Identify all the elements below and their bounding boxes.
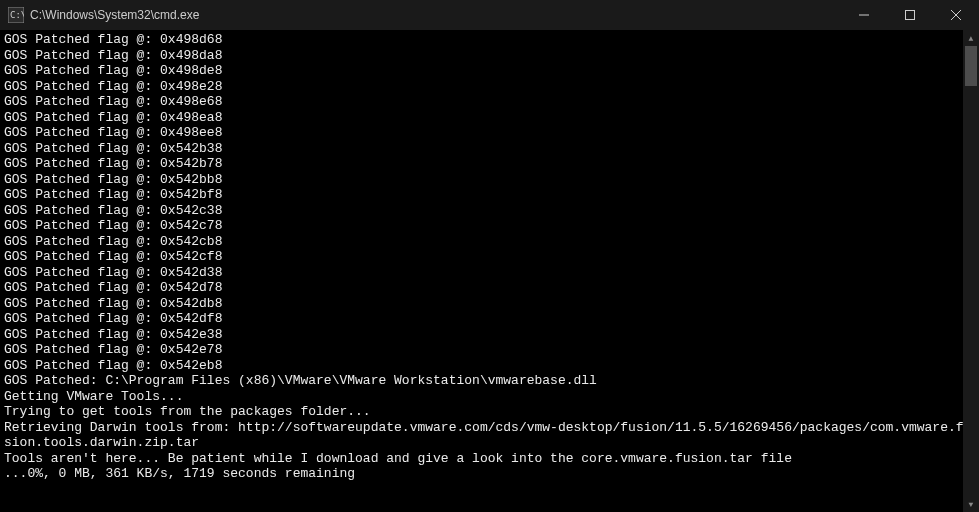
terminal-line: GOS Patched: C:\Program Files (x86)\VMwa… <box>4 373 975 389</box>
terminal-line: GOS Patched flag @: 0x542d38 <box>4 265 975 281</box>
terminal-line: GOS Patched flag @: 0x542cf8 <box>4 249 975 265</box>
terminal-line: GOS Patched flag @: 0x542db8 <box>4 296 975 312</box>
maximize-button[interactable] <box>887 0 933 30</box>
terminal-line: GOS Patched flag @: 0x498de8 <box>4 63 975 79</box>
terminal-line: GOS Patched flag @: 0x542bf8 <box>4 187 975 203</box>
terminal-line: GOS Patched flag @: 0x542b38 <box>4 141 975 157</box>
svg-rect-3 <box>906 11 915 20</box>
scroll-down-arrow[interactable]: ▼ <box>963 496 979 512</box>
terminal-line: GOS Patched flag @: 0x542b78 <box>4 156 975 172</box>
terminal-line: GOS Patched flag @: 0x498ea8 <box>4 110 975 126</box>
terminal-line: GOS Patched flag @: 0x542bb8 <box>4 172 975 188</box>
terminal-output[interactable]: GOS Patched flag @: 0x498d68GOS Patched … <box>0 30 979 512</box>
terminal-line: GOS Patched flag @: 0x498ee8 <box>4 125 975 141</box>
window-controls <box>841 0 979 30</box>
titlebar[interactable]: C:\ C:\Windows\System32\cmd.exe <box>0 0 979 30</box>
terminal-line: GOS Patched flag @: 0x498da8 <box>4 48 975 64</box>
terminal-line: GOS Patched flag @: 0x542e38 <box>4 327 975 343</box>
window-title: C:\Windows\System32\cmd.exe <box>30 8 841 22</box>
terminal-line: GOS Patched flag @: 0x542c38 <box>4 203 975 219</box>
terminal-line: GOS Patched flag @: 0x542c78 <box>4 218 975 234</box>
svg-text:C:\: C:\ <box>10 10 24 20</box>
terminal-line: Getting VMware Tools... <box>4 389 975 405</box>
terminal-line: GOS Patched flag @: 0x542df8 <box>4 311 975 327</box>
terminal-line: GOS Patched flag @: 0x542d78 <box>4 280 975 296</box>
scrollbar-track[interactable]: ▲ ▼ <box>963 30 979 512</box>
terminal-line: Trying to get tools from the packages fo… <box>4 404 975 420</box>
terminal-line: GOS Patched flag @: 0x542e78 <box>4 342 975 358</box>
terminal-line: GOS Patched flag @: 0x498e28 <box>4 79 975 95</box>
scrollbar-thumb[interactable] <box>965 46 977 86</box>
cmd-icon: C:\ <box>8 7 24 23</box>
minimize-button[interactable] <box>841 0 887 30</box>
terminal-line: GOS Patched flag @: 0x542cb8 <box>4 234 975 250</box>
close-button[interactable] <box>933 0 979 30</box>
terminal-line: GOS Patched flag @: 0x542eb8 <box>4 358 975 374</box>
terminal-line: ...0%, 0 MB, 361 KB/s, 1719 seconds rema… <box>4 466 975 482</box>
terminal-line: GOS Patched flag @: 0x498d68 <box>4 32 975 48</box>
terminal-line: Tools aren't here... Be patient while I … <box>4 451 975 467</box>
terminal-line: GOS Patched flag @: 0x498e68 <box>4 94 975 110</box>
terminal-line: Retrieving Darwin tools from: http://sof… <box>4 420 975 451</box>
scroll-up-arrow[interactable]: ▲ <box>963 30 979 46</box>
